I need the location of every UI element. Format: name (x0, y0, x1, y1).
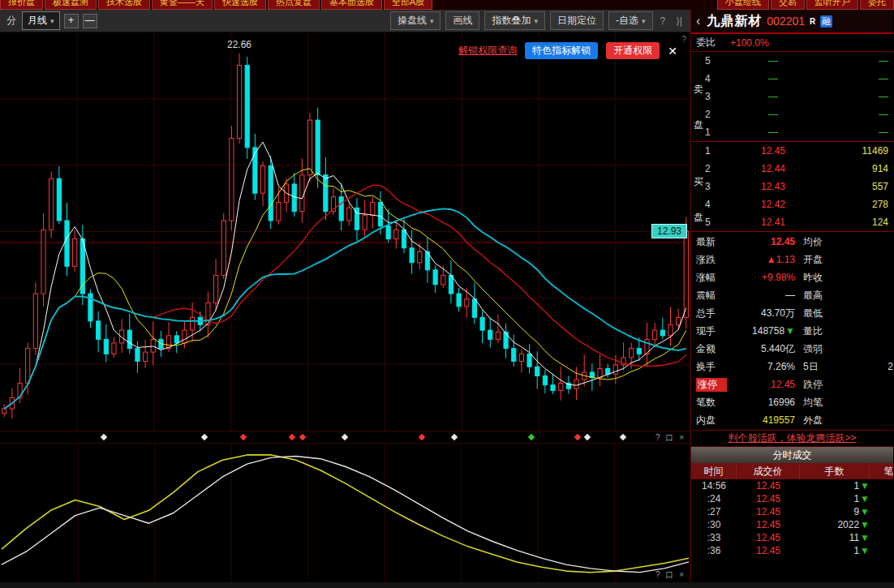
indicator-chart[interactable]: ? 口 × (0, 443, 690, 582)
top-menu-item[interactable]: 基本面选股 (321, 0, 382, 10)
level-label: 1 (705, 127, 721, 138)
level-label: 4 (705, 73, 721, 84)
quote-value: 16996 (727, 397, 803, 408)
sell-price: — (721, 73, 825, 84)
top-menu-left-group: 报价盘极速盘测技术选股黄金——天快速选股热点复盘基本面选股全部A股 (0, 0, 432, 10)
tape-row: :3612.451▼ (691, 544, 893, 557)
buy-price: 12.43 (721, 181, 825, 192)
stock-header: ‹ 九鼎新材 002201 R 融 (691, 10, 893, 34)
open-permission-button[interactable]: 开通权限 (606, 42, 660, 59)
index-overlay-button[interactable]: 指数叠加▾ (484, 11, 545, 30)
top-menu-item[interactable]: 全部A股 (384, 0, 432, 10)
quote-value: 7.26% (727, 361, 803, 372)
quote-value: ▲1.13 (727, 254, 803, 265)
trade-time: :30 (691, 519, 737, 530)
custom-watchlist-button[interactable]: -自选▾ (608, 11, 653, 30)
help-icon[interactable]: ? (657, 15, 669, 27)
main-kline-chart[interactable]: 22.66 解锁权限查询 特色指标解锁 开通权限 ✕ 12.93 ? (0, 32, 690, 431)
draw-line-button[interactable]: 画线 (445, 11, 479, 30)
buy-row: 112.4511469 (705, 142, 893, 160)
quote-label-right: 昨收 (803, 271, 837, 285)
back-arrow-icon[interactable]: ‹ (694, 14, 702, 28)
activity-promo-link[interactable]: 判个股活跃，体验龙腾活跃>> (691, 431, 893, 447)
sell-volume: — (825, 109, 888, 120)
trade-price: 12.45 (737, 532, 800, 543)
quote-value: 148758▼ (727, 325, 803, 337)
peak-price-label: 22.66 (227, 39, 251, 50)
chevron-down-icon: ▾ (642, 17, 646, 25)
level-label: 3 (705, 91, 721, 102)
signal-marker (574, 434, 581, 440)
zoom-in-button[interactable]: + (64, 14, 79, 28)
top-menu-item[interactable]: 技术选股 (98, 0, 150, 10)
quote-row: 最新12.45均价 (691, 233, 893, 251)
trade-volume: 1▼ (800, 493, 870, 504)
quote-label: 现手 (696, 324, 727, 338)
sell-row: 3—— (705, 88, 893, 105)
time-sales-header: 时间 成交价 手数 笔数 (691, 463, 893, 479)
down-arrow-icon: ▼ (860, 532, 870, 543)
level-label: 3 (705, 181, 721, 192)
period-minute-clipped[interactable]: 分 (5, 14, 18, 28)
quote-label: 内盘 (696, 414, 727, 427)
indicator-svg (0, 444, 690, 582)
col-volume: 手数 (800, 465, 870, 479)
trade-volume: 1▼ (800, 545, 870, 556)
quote-value: 43.70万 (727, 307, 803, 320)
sell-volume: — (825, 73, 888, 84)
top-menu-item[interactable]: 交易 (771, 0, 805, 10)
quote-label-right: 外盘 (803, 414, 837, 427)
quote-label-right: 量比 (803, 324, 837, 338)
trade-volume: 11▼ (800, 532, 870, 543)
stock-code: 002201 (767, 15, 805, 28)
trade-price: 12.45 (737, 493, 800, 504)
trend-line-button[interactable]: 操盘线▾ (390, 11, 441, 30)
buy-row: 212.44914 (705, 160, 893, 178)
signal-marker (342, 434, 348, 440)
trade-time: :33 (691, 532, 737, 543)
period-selector[interactable]: 月线 ▾ (22, 11, 60, 30)
unlock-query-link[interactable]: 解锁权限查询 (458, 44, 517, 58)
down-arrow-icon: ▼ (785, 325, 795, 337)
indicator-pane-controls-bottom[interactable]: ? 口 × (655, 569, 686, 581)
close-icon[interactable]: ✕ (668, 45, 677, 58)
quote-value: 12.45 (727, 379, 803, 390)
level-label: 5 (705, 55, 721, 67)
quote-row: 现手148758▼量比 (691, 322, 893, 340)
main-row: 分 月线 ▾ + — 操盘线▾画线指数叠加▾日期定位-自选▾ ? ⟩| 22.6… (0, 10, 894, 582)
indicator-pane-controls[interactable]: ? 口 × (655, 432, 686, 444)
trade-price: 12.45 (737, 480, 800, 491)
chart-toolbar: 分 月线 ▾ + — 操盘线▾画线指数叠加▾日期定位-自选▾ ? ⟩| (0, 10, 690, 32)
top-menu-item[interactable]: 监听开户 (806, 0, 858, 10)
feature-unlock-button[interactable]: 特色指标解锁 (525, 42, 598, 59)
trade-price: 12.45 (737, 506, 800, 517)
buy-volume: 914 (825, 163, 888, 174)
quote-label: 金额 (696, 342, 727, 356)
buy-row: 512.41124 (705, 213, 893, 231)
chart-column: 分 月线 ▾ + — 操盘线▾画线指数叠加▾日期定位-自选▾ ? ⟩| 22.6… (0, 10, 691, 582)
top-menu-item[interactable]: 极速盘测 (45, 0, 97, 10)
top-menu-item[interactable]: 报价盘 (0, 0, 43, 10)
level-label: 5 (705, 217, 721, 228)
quote-label: 涨停 (696, 378, 727, 392)
zoom-out-button[interactable]: — (83, 14, 97, 28)
buy-price: 12.44 (721, 163, 825, 174)
time-sales-rows[interactable]: 14:5612.451▼:2412.451▼:2712.459▼:3012.45… (691, 479, 893, 582)
quote-label-right: 5日 (803, 360, 837, 374)
bottom-strip (0, 582, 894, 588)
date-locate-button[interactable]: 日期定位 (550, 11, 604, 30)
chart-help-icon[interactable]: ? (681, 34, 686, 44)
next-page-icon[interactable]: ⟩| (673, 15, 686, 27)
sell-volume: — (825, 55, 888, 67)
top-menu-item[interactable]: 小盘绘线 (717, 0, 769, 10)
quote-label: 换手 (696, 360, 727, 374)
top-menu-item[interactable]: 热点复盘 (268, 0, 320, 10)
top-menu-item[interactable]: 委托 (860, 0, 894, 10)
quote-label-right: 均笔 (803, 396, 837, 410)
top-menu-item[interactable]: 快速选股 (214, 0, 266, 10)
weibi-value: +100.0% (730, 37, 769, 49)
sell-price: — (721, 91, 825, 102)
quote-value: 12.45 (727, 236, 803, 247)
quote-label-right: 跌停 (803, 378, 837, 392)
top-menu-item[interactable]: 黄金——天 (152, 0, 213, 10)
